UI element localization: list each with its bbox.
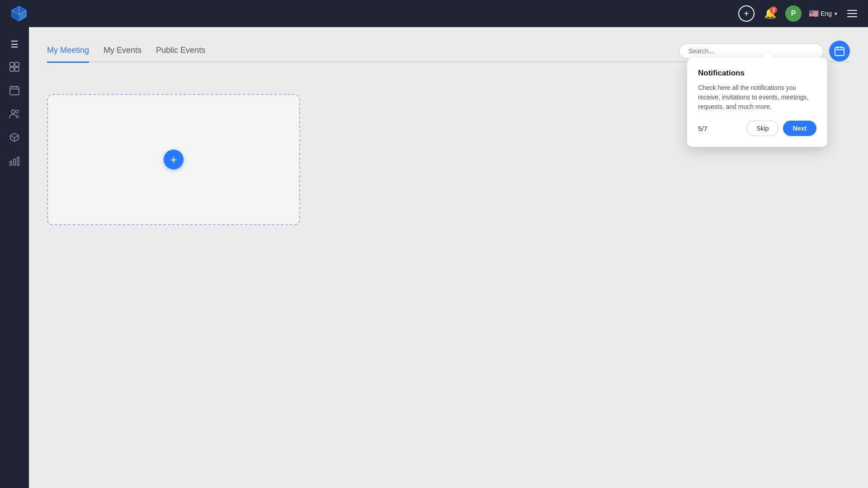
empty-state-card: + [47, 94, 300, 225]
chevron-down-icon: ▼ [834, 11, 838, 16]
svg-rect-7 [10, 62, 14, 66]
hamburger-menu[interactable] [845, 8, 859, 19]
tab-my-meeting[interactable]: My Meeting [47, 41, 89, 63]
svg-rect-23 [17, 157, 19, 165]
language-label: Eng [821, 10, 832, 17]
skip-button[interactable]: Skip [747, 121, 778, 136]
dashboard-icon [9, 62, 19, 74]
notification-popover: Notifications Check here all the notific… [687, 58, 827, 147]
next-button[interactable]: Next [783, 121, 816, 136]
svg-line-19 [14, 136, 19, 138]
popover-step: 5/7 [698, 125, 708, 132]
svg-point-16 [16, 110, 19, 113]
search-input[interactable] [679, 43, 824, 59]
menu-icon: ☰ [10, 39, 19, 50]
content-area: My Meeting My Events Public Events + Not… [29, 27, 868, 488]
hamburger-line [847, 16, 857, 17]
navbar-left [9, 4, 29, 23]
navbar: + 🔔 2 P 🇺🇸 Eng ▼ [0, 0, 868, 27]
svg-rect-24 [835, 47, 844, 56]
hamburger-line [847, 10, 857, 11]
svg-point-15 [11, 110, 15, 113]
sidebar-item-chart[interactable] [5, 152, 24, 172]
flag-icon: 🇺🇸 [809, 9, 819, 19]
tab-my-events[interactable]: My Events [104, 41, 142, 63]
svg-rect-11 [10, 87, 19, 95]
svg-rect-9 [10, 67, 14, 71]
user-avatar[interactable]: P [785, 5, 802, 22]
people-icon [9, 109, 20, 121]
navbar-right: + 🔔 2 P 🇺🇸 Eng ▼ [738, 5, 859, 22]
sidebar-item-dashboard[interactable] [5, 58, 24, 78]
svg-rect-21 [10, 161, 12, 165]
svg-rect-10 [15, 67, 19, 71]
box-icon [9, 132, 19, 145]
svg-rect-22 [14, 159, 15, 165]
popover-title: Notifications [698, 69, 816, 78]
app-logo [9, 4, 29, 23]
calendar-icon [9, 85, 19, 98]
popover-actions: Skip Next [747, 121, 816, 136]
chart-icon [9, 156, 19, 168]
sidebar-item-calendar[interactable] [5, 81, 24, 101]
sidebar-item-people[interactable] [5, 105, 24, 125]
add-button[interactable]: + [738, 5, 755, 22]
popover-body: Check here all the notifications you rec… [698, 83, 816, 112]
add-meeting-button[interactable]: + [164, 150, 184, 169]
tab-public-events[interactable]: Public Events [156, 41, 205, 63]
hamburger-line [847, 13, 857, 14]
svg-line-18 [10, 136, 14, 138]
notification-button[interactable]: 🔔 2 [762, 5, 778, 22]
sidebar-item-box[interactable] [5, 128, 24, 148]
main-layout: ☰ [0, 27, 868, 488]
calendar-view-button[interactable] [829, 41, 850, 61]
sidebar: ☰ [0, 27, 29, 488]
language-selector[interactable]: 🇺🇸 Eng ▼ [809, 9, 838, 19]
popover-footer: 5/7 Skip Next [698, 121, 816, 136]
svg-rect-8 [15, 62, 19, 66]
sidebar-item-menu[interactable]: ☰ [5, 34, 24, 54]
